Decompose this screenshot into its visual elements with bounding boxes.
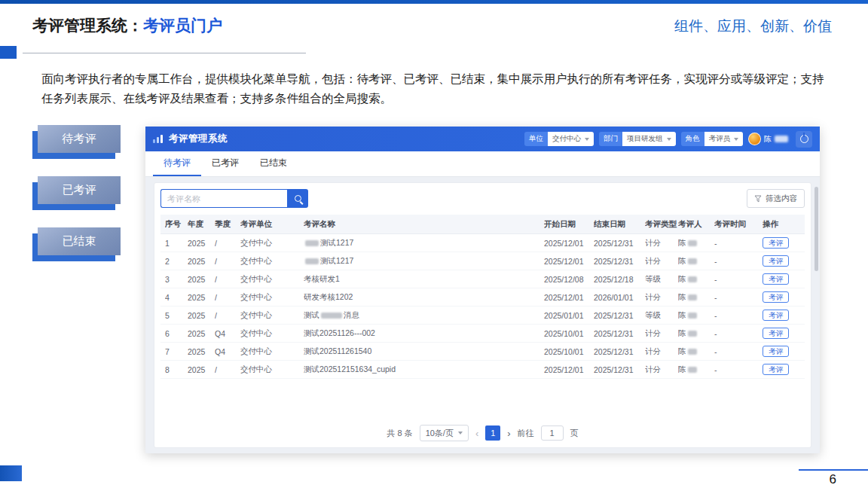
cell-action: 考评 (763, 364, 800, 376)
cell-start-date: 2025/12/08 (544, 275, 594, 284)
page-size-select[interactable]: 10条/页 (420, 425, 469, 441)
avatar (748, 133, 761, 145)
cell-unit: 交付中心 (240, 328, 304, 339)
table-row: 12025/交付中心测试12172025/12/012025/12/31计分陈-… (160, 234, 805, 252)
column-header: 开始日期 (544, 219, 594, 230)
app-window: 考评管理系统 单位交付中心部门项目研发组角色考评员 陈 待考评已考评已结束 (145, 127, 820, 453)
select-label: 角色 (681, 132, 704, 146)
user-name: 陈 (764, 134, 772, 145)
filter-button[interactable]: 筛选内容 (747, 189, 805, 208)
cell-time: - (714, 311, 763, 320)
cell-quarter: / (215, 293, 240, 302)
header-select-3[interactable]: 角色考评员 (681, 132, 744, 146)
redacted-text (688, 349, 697, 355)
prev-page-button[interactable]: ‹ (475, 428, 478, 439)
cell-unit: 交付中心 (240, 238, 304, 249)
redacted-text (688, 258, 697, 264)
table-header: 序号年度季度考评单位考评名称开始日期结束日期考评类型考评人考评时间操作 (160, 215, 805, 234)
cell-time: - (714, 365, 763, 374)
cell-time: - (714, 293, 763, 302)
cell-time: - (714, 239, 763, 248)
funnel-icon (754, 195, 762, 203)
table-row: 22025/交付中心测试12172025/12/012025/12/31计分陈-… (160, 252, 805, 270)
chevron-down-icon (667, 138, 671, 141)
cell-time: - (714, 275, 763, 284)
cell-unit: 交付中心 (240, 364, 304, 375)
side-button-1[interactable]: 待考评 (38, 125, 121, 153)
redacted-text (688, 367, 697, 373)
review-button[interactable]: 考评 (763, 255, 789, 267)
pagination: 共 8 条 10条/页 ‹ 1 › 前往 页 (154, 425, 811, 441)
cell-start-date: 2025/12/01 (544, 257, 594, 266)
cell-year: 2025 (188, 293, 215, 302)
cell-name: 考核研发1 (304, 274, 544, 285)
review-button[interactable]: 考评 (763, 237, 789, 249)
current-page[interactable]: 1 (485, 425, 500, 441)
tab-2[interactable]: 已考评 (201, 151, 249, 176)
goto-label: 前往 (518, 428, 534, 439)
header-select-1[interactable]: 单位交付中心 (524, 132, 594, 146)
chevron-down-icon (734, 138, 738, 141)
user-info[interactable]: 陈 (748, 133, 788, 145)
review-button[interactable]: 考评 (763, 328, 789, 340)
cell-type: 计分 (645, 364, 678, 375)
scrollbar[interactable] (815, 187, 818, 271)
page-unit-label: 页 (570, 428, 579, 439)
page-number: 6 (830, 472, 836, 487)
header-select-2[interactable]: 部门项目研发组 (599, 132, 676, 146)
cell-no: 8 (165, 365, 188, 374)
tab-3[interactable]: 已结束 (249, 151, 298, 176)
cell-year: 2025 (188, 275, 215, 284)
cell-quarter: / (215, 311, 240, 320)
title-highlight: 考评员门户 (143, 17, 222, 34)
cell-name: 测试1217 (304, 256, 544, 267)
side-button-2[interactable]: 已考评 (38, 176, 121, 204)
cell-person: 陈 (678, 346, 714, 357)
chevron-down-icon (585, 138, 589, 141)
cell-no: 5 (165, 311, 188, 320)
search-icon (295, 195, 301, 202)
redacted-text (305, 258, 319, 264)
goto-page-input[interactable] (541, 425, 564, 441)
cell-time: - (714, 329, 763, 338)
logout-button[interactable] (796, 131, 812, 148)
toolbar: 筛选内容 (160, 189, 805, 208)
filter-label: 筛选内容 (766, 194, 797, 204)
cell-end-date: 2025/12/31 (594, 311, 645, 320)
redacted-text (305, 240, 319, 246)
next-page-button[interactable]: › (507, 428, 510, 439)
tab-1[interactable]: 待考评 (153, 151, 201, 176)
cell-person: 陈 (678, 310, 714, 321)
table-row: 32025/交付中心考核研发12025/12/082025/12/18等级陈-考… (160, 270, 805, 288)
cell-action: 考评 (763, 273, 800, 285)
app-content: 筛选内容 序号年度季度考评单位考评名称开始日期结束日期考评类型考评人考评时间操作… (145, 177, 820, 453)
redacted-text (688, 276, 697, 282)
title-accent-square (0, 46, 17, 59)
search-button[interactable] (287, 189, 308, 208)
cell-time: - (714, 347, 763, 356)
cell-action: 考评 (763, 328, 800, 340)
description-text: 面向考评执行者的专属工作台，提供模块化菜单导航，包括：待考评、已考评、已结束，集… (41, 69, 830, 108)
table-row: 82025/交付中心测试202512151634_cupid2025/12/01… (160, 361, 805, 379)
review-button[interactable]: 考评 (763, 291, 789, 303)
review-button[interactable]: 考评 (763, 346, 789, 358)
select-value: 项目研发组 (622, 132, 676, 146)
review-button[interactable]: 考评 (763, 273, 789, 285)
cell-year: 2025 (188, 239, 215, 248)
cell-person: 陈 (678, 328, 714, 339)
review-button[interactable]: 考评 (763, 364, 789, 376)
cell-action: 考评 (763, 291, 800, 303)
cell-type: 计分 (645, 238, 678, 249)
cell-action: 考评 (763, 346, 800, 358)
cell-person: 陈 (678, 238, 714, 249)
page-size-value: 10条/页 (426, 428, 454, 439)
app-header: 考评管理系统 单位交付中心部门项目研发组角色考评员 陈 (145, 127, 820, 151)
review-button[interactable]: 考评 (763, 310, 789, 322)
bottom-left-accent (0, 465, 22, 481)
redacted-text (688, 294, 697, 300)
page-title: 考评管理系统：考评员门户 (32, 15, 222, 36)
side-buttons: 待考评已考评已结束 (38, 125, 121, 255)
search-input[interactable] (160, 189, 287, 208)
side-button-3[interactable]: 已结束 (38, 227, 121, 255)
cell-type: 计分 (645, 328, 678, 339)
